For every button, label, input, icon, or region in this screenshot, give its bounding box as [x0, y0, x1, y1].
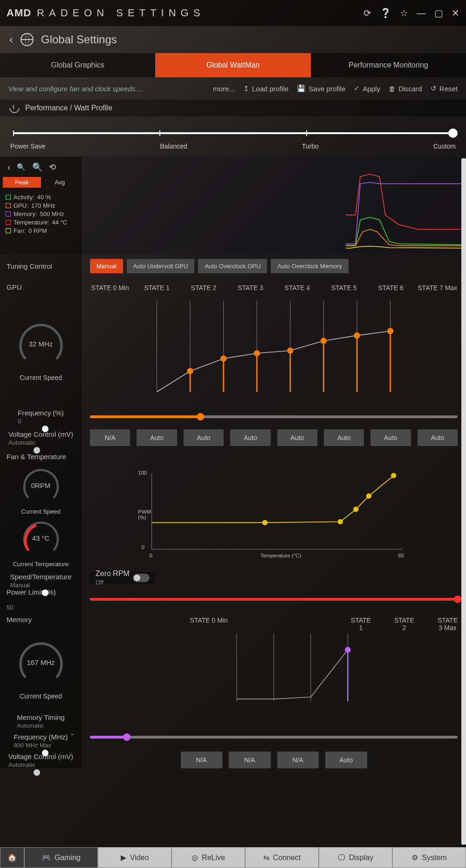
- globe-icon: [21, 33, 34, 46]
- memory-timing-label[interactable]: Memory TimingAutomatic ⌄: [0, 708, 82, 727]
- monitoring-strip: ‹ 🔍 🔍 ⟲ Peak Avg Activity: 40 % GPU: 170…: [0, 156, 466, 254]
- discard-button[interactable]: 🗑 Discard: [389, 85, 422, 93]
- svg-point-15: [187, 368, 193, 374]
- gpu-volt-4[interactable]: Auto: [277, 429, 317, 446]
- gpu-state-0: STATE 0 Min: [90, 284, 130, 292]
- gpu-volt-5[interactable]: Auto: [324, 429, 364, 446]
- profile-slider[interactable]: [13, 132, 453, 134]
- profile-stop-powersave: Power Save: [10, 142, 45, 150]
- profile-slider-handle[interactable]: [448, 129, 458, 138]
- svg-point-32: [338, 519, 343, 524]
- zero-rpm-toggle[interactable]: [133, 574, 150, 582]
- gpu-state-3: STATE 3: [230, 284, 270, 292]
- gpu-frequency-slider[interactable]: [90, 415, 458, 418]
- home-button[interactable]: 🏠: [0, 847, 24, 868]
- svg-point-18: [287, 347, 293, 353]
- mem-volt-1[interactable]: N/A: [229, 752, 271, 768]
- refresh-icon[interactable]: ⟲: [49, 162, 56, 172]
- svg-point-20: [354, 332, 360, 339]
- help-icon[interactable]: ❔: [380, 7, 391, 19]
- load-profile-button[interactable]: ↥ Load profile: [243, 84, 288, 93]
- fan-curve-chart[interactable]: 100 PWM (%) 0 0 Temperature (°C) 65: [82, 465, 466, 567]
- star-icon[interactable]: ☆: [400, 7, 408, 19]
- tab-global-graphics[interactable]: Global Graphics: [0, 53, 155, 77]
- tuning-auto-overclock-gpu-button[interactable]: Auto Overclock GPU: [198, 259, 267, 273]
- back-button[interactable]: ‹: [9, 33, 13, 46]
- nav-system[interactable]: ⚙ System: [392, 847, 466, 868]
- memory-voltage-label: Voltage Control (mV)Automatic: [0, 747, 82, 768]
- sync-icon[interactable]: ⟳: [363, 7, 371, 19]
- app-title: RADEON SETTINGS: [37, 7, 205, 19]
- memory-frequency-slider[interactable]: [90, 736, 458, 739]
- svg-text:Temperature (°C): Temperature (°C): [260, 553, 302, 558]
- reset-button[interactable]: ↺ Reset: [431, 84, 458, 93]
- gpu-state-5: STATE 5: [324, 284, 364, 292]
- history-back-button[interactable]: ‹: [7, 163, 10, 172]
- power-limit-label: Power Limit (%)50: [0, 589, 82, 610]
- nav-gaming[interactable]: 🎮 Gaming: [24, 847, 98, 868]
- fan-speed-gauge: 0RPM: [20, 464, 62, 506]
- svg-text:0: 0: [150, 553, 152, 558]
- tuning-auto-overclock-mem-button[interactable]: Auto Overclock Memory: [271, 259, 349, 273]
- gpu-volt-2[interactable]: Auto: [184, 429, 224, 446]
- gpu-volt-0[interactable]: N/A: [90, 429, 130, 446]
- gpu-state-1: STATE 1: [137, 284, 177, 292]
- action-bar: View and configure fan and clock speeds.…: [0, 77, 466, 100]
- gpu-state-chart[interactable]: [82, 296, 466, 403]
- gpu-state-2: STATE 2: [184, 284, 224, 292]
- gpu-volt-1[interactable]: Auto: [137, 429, 177, 446]
- mem-gauge-caption: Current Speed: [20, 692, 62, 700]
- mem-volt-0[interactable]: N/A: [181, 752, 223, 768]
- tab-performance-monitoring[interactable]: Performance Monitoring: [311, 53, 466, 77]
- scrollbar[interactable]: [461, 158, 466, 845]
- gpu-volt-7[interactable]: Auto: [418, 429, 458, 446]
- minimize-button[interactable]: —: [417, 8, 426, 19]
- power-limit-slider[interactable]: [90, 598, 458, 601]
- close-button[interactable]: ✕: [452, 7, 459, 19]
- gpu-volt-6[interactable]: Auto: [370, 429, 411, 446]
- apply-button[interactable]: ✓ Apply: [354, 84, 380, 93]
- tab-global-wattman[interactable]: Global WattMan: [155, 53, 310, 77]
- profile-header: Performance / Watt Profile: [0, 100, 466, 116]
- tuning-manual-button[interactable]: Manual: [90, 259, 123, 273]
- svg-text:100: 100: [138, 470, 147, 475]
- svg-point-17: [254, 350, 260, 356]
- nav-relive[interactable]: ◎ ReLive: [171, 847, 245, 868]
- memory-state-chart[interactable]: [82, 629, 466, 708]
- profile-slider-panel: Power Save Balanced Turbo Custom: [0, 116, 466, 156]
- maximize-button[interactable]: ▢: [434, 7, 443, 19]
- gpu-speed-gauge: 32 MHz: [15, 318, 67, 369]
- svg-point-31: [262, 520, 267, 525]
- title-bar: AMD RADEON SETTINGS ⟳ ❔ ☆ — ▢ ✕: [0, 0, 466, 26]
- avg-toggle[interactable]: Avg: [41, 177, 79, 188]
- peak-toggle[interactable]: Peak: [3, 177, 41, 188]
- brand-logo: AMD: [7, 7, 31, 19]
- live-graph: [82, 156, 466, 254]
- gauge-icon: [7, 101, 21, 115]
- tuning-auto-undervolt-button[interactable]: Auto Undervolt GPU: [127, 259, 195, 273]
- fan-rpm-caption: Current Speed: [21, 508, 61, 515]
- legend: Activity: 40 % GPU: 170 MHz Memory: 500 …: [3, 188, 79, 240]
- gpu-frequency-label: Frequency (%)0: [0, 403, 82, 425]
- mem-volt-3[interactable]: Auto: [325, 752, 367, 768]
- memory-section-label: Memory: [0, 610, 82, 629]
- nav-connect[interactable]: ⇆ Connect: [245, 847, 319, 868]
- gpu-state-7: STATE 7 Max: [418, 284, 458, 292]
- zoom-in-icon[interactable]: 🔍: [32, 162, 42, 172]
- gpu-volt-3[interactable]: Auto: [230, 429, 270, 446]
- profile-stop-balanced: Balanced: [160, 142, 187, 150]
- bottom-nav: 🏠 🎮 Gaming ▶ Video ◎ ReLive ⇆ Connect 🖵 …: [0, 847, 466, 868]
- memory-frequency-label: Frequency (MHz)800 MHz Max: [0, 727, 82, 747]
- save-profile-button[interactable]: 💾 Save profile: [297, 84, 345, 93]
- more-link[interactable]: more...: [213, 85, 235, 93]
- svg-text:0: 0: [142, 544, 144, 550]
- svg-text:65: 65: [398, 553, 404, 558]
- nav-video[interactable]: ▶ Video: [98, 847, 171, 868]
- svg-text:(%): (%): [138, 515, 146, 520]
- zoom-out-icon[interactable]: 🔍: [17, 163, 26, 171]
- svg-point-19: [321, 338, 327, 344]
- svg-point-33: [353, 507, 358, 512]
- mem-volt-2[interactable]: N/A: [277, 752, 319, 768]
- nav-display[interactable]: 🖵 Display: [319, 847, 392, 868]
- svg-point-34: [366, 493, 371, 498]
